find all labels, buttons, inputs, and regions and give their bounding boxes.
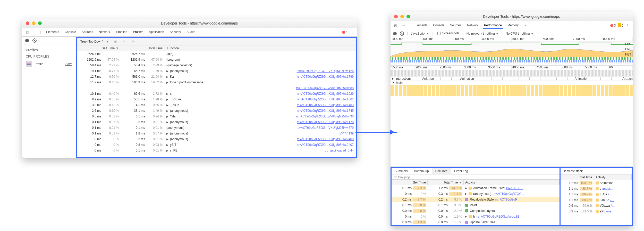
tab-audits[interactable]: Audits (185, 29, 196, 35)
focus-icon[interactable]: ◉ (113, 39, 118, 44)
tab-security[interactable]: Security (169, 29, 182, 35)
device-icon[interactable]: ▭ (401, 23, 405, 28)
warning-badge[interactable]: 6 (618, 24, 623, 27)
table-row[interactable]: 0.1 ms3.0 %0.1 ms3.0 %Paint (392, 202, 560, 208)
table-row[interactable]: 3.3 ms0.13 %14.1 ms0.55 %▶_.as.Iars=ACT9… (77, 102, 356, 108)
track-interactions[interactable]: ▶Interactions Ani…ion Animation Animatio… (391, 76, 633, 81)
error-badge[interactable]: 1 (342, 30, 348, 34)
minimize-icon[interactable] (400, 15, 404, 18)
table-row[interactable]: 1.2 ms100.0 %Animation (561, 180, 632, 186)
inspect-icon[interactable]: ◰ (393, 23, 398, 28)
table-row[interactable]: 11.7 ms0.46 %506.9 ms19.82 %▶Oda.b.port1… (77, 79, 356, 85)
device-icon[interactable]: ▭ (32, 30, 37, 35)
tab-sources[interactable]: Sources (449, 22, 462, 29)
table-row[interactable]: 0.5 ms0.02 %6.1 ms0.24 %▶Ydars=ACT90oGqR… (77, 114, 356, 119)
tab-timeline[interactable]: Timeline (115, 29, 128, 35)
more-panels[interactable]: » (523, 24, 527, 27)
tab-performance[interactable]: Performance (483, 22, 503, 29)
table-row[interactable]: 0 ms0 %0.8 ms0.03 %▶yB.Trs=ACT90oGqRZGG…… (77, 142, 356, 148)
table-row[interactable]: 2.6 ms0.10 %38.1 ms1.49 %▶(anonymous)rs=… (77, 108, 356, 114)
panel-tabs[interactable]: ElementsConsoleSourcesNetworkPerformance… (412, 22, 520, 29)
detail-tabs[interactable]: SummaryBottom-UpCall TreeEvent Log (392, 168, 560, 174)
close-icon[interactable]: ✕ (122, 39, 126, 44)
grouping-select[interactable]: No Grouping (392, 174, 560, 180)
column-headers[interactable]: Self Time Total Time ▼ Activity (392, 180, 560, 185)
titlebar[interactable]: Developer Tools - https://www.google.com… (22, 19, 357, 28)
overview[interactable]: 1000 ms2000 ms3000 ms4000 ms5000 ms6000 … (391, 37, 633, 66)
tab-console[interactable]: Console (432, 22, 445, 29)
screenshots-checkbox[interactable]: Screenshots (436, 31, 460, 36)
table-row[interactable]: 10.1 ms0.40 %69.6 ms2.72 %▶crs=ACT90oGqR… (77, 91, 356, 97)
table-row[interactable]: 0.1 ms0.01 %1.8 ms0.07 %▶(anonymous)VM77… (77, 131, 356, 136)
table-row[interactable]: 0.3 ms21.5 %aKb/ma… (561, 209, 632, 214)
titlebar[interactable]: Developer Tools - https://www.google.com… (391, 12, 633, 21)
more-icon[interactable]: ⋮ (350, 30, 354, 35)
minimize-icon[interactable] (32, 21, 36, 25)
table-row[interactable]: 9626.7 ms9626.7 ms(idle) (77, 51, 356, 57)
table-row[interactable]: 0.0 ms1.3 %0.0 ms1.3 %Update Layer Tree (392, 219, 560, 225)
heaviest-stack-rows[interactable]: 1.2 ms100.0 %Animation1.1 ms88.7 %c/maps… (561, 180, 632, 214)
cpu-select[interactable]: No CPU throttling ▼ (506, 32, 534, 35)
call-tree-rows[interactable]: 0.1 ms7.3 %1.2 ms64.7 %▶Animation Frame … (392, 185, 560, 225)
view-mode-select[interactable]: Tree (Top Down) ▼ (80, 40, 109, 43)
tab-summary[interactable]: Summary (392, 168, 411, 174)
column-headers[interactable]: Total Time Activity (561, 174, 632, 180)
tab-sources[interactable]: Sources (81, 29, 94, 35)
tab-network[interactable]: Network (466, 22, 479, 29)
tab-elements[interactable]: Elements (413, 22, 428, 29)
tab-elements[interactable]: Elements (45, 29, 60, 35)
table-row[interactable]: 0 ms0 %0.3 ms0.01 %▶(anonymous)rs=ACT90o… (77, 136, 356, 142)
tab-call-tree[interactable]: Call Tree (432, 168, 451, 174)
table-row[interactable]: 12.7 ms0.50 %561.0 ms21.94 %▶Kars=ACT90o… (77, 74, 356, 79)
table-row[interactable]: 0 ms0 %0.1 ms0.01 %▶sI.PEcb=gapi.loaded_… (77, 148, 356, 153)
table-row[interactable]: 0.0 ms2.0 %0.0 ms2.0 %Composite Layers (392, 208, 560, 214)
table-row[interactable]: 1202.9 ms47.04 %1202.9 ms47.04 %(program… (77, 57, 356, 62)
table-row[interactable]: rs=ACT90oGqRZGG…wVKUlgM95Hw:88 (77, 85, 356, 91)
traffic-lights[interactable] (394, 15, 410, 18)
table-row[interactable]: 0.1 ms7.3 %1.2 ms64.7 %▶Animation Frame … (392, 185, 560, 191)
tab-event-log[interactable]: Event Log (451, 168, 471, 174)
tab-memory[interactable]: Memory (506, 22, 520, 29)
table-row[interactable]: 0 ms0 %0.3 ms18.4 %▶(anonymous)rs=ACT90o… (392, 191, 560, 197)
table-row[interactable]: 0 ms0 %0.0 ms1.9 %▶brs=ACT90oGqRZGGxuWo-… (392, 214, 560, 219)
zoom-icon[interactable] (406, 15, 410, 18)
track-main[interactable]: ▼Main (391, 81, 633, 85)
table-row[interactable]: 8.9 ms0.35 %50.5 ms1.98 %▶_.VK.wars=ACT9… (77, 97, 356, 102)
save-link[interactable]: Save (65, 62, 72, 66)
profile-rows[interactable]: 9626.7 ms9626.7 ms(idle)1202.9 ms47.04 %… (77, 51, 356, 157)
column-headers[interactable]: Self Time▼ Total Time Function (77, 45, 356, 51)
clear-icon[interactable] (400, 31, 404, 36)
tab-network[interactable]: Network (98, 29, 111, 35)
table-row[interactable]: 0.1 ms0.01 %0.3 ms0.01 %▶(anonymous)rs=A… (77, 119, 356, 125)
panel-tabs[interactable]: ElementsConsoleSourcesNetworkTimelinePro… (44, 29, 196, 35)
js-select[interactable]: JavaScript ▼ (411, 32, 429, 35)
traffic-lights[interactable] (26, 21, 42, 25)
table-row[interactable]: 0.1 ms0.01 %0.1 ms0.01 %(anonymous)rs=AC… (77, 125, 356, 131)
clear-icon[interactable] (32, 38, 37, 43)
table-row[interactable]: 19.1 ms0.75 %45.7 ms1.79 %▶(anonymous)rs… (77, 68, 356, 74)
table-row[interactable]: 58.4 ms2.29 %58.4 ms2.29 %(garbage colle… (77, 62, 356, 68)
table-row[interactable]: 1.1 ms88.7 %c/maps… (561, 186, 632, 192)
tab-profiles[interactable]: Profiles (132, 29, 144, 35)
tab-console[interactable]: Console (64, 29, 77, 35)
table-row[interactable]: 1.1 ms88.7 %LJb.Aa/… (561, 197, 632, 203)
error-badge[interactable]: 3 (610, 24, 616, 27)
inspect-icon[interactable]: ◰ (25, 30, 29, 35)
profile-item[interactable]: Profile 1 Save (22, 59, 76, 69)
table-row[interactable]: 0.2 ms8.7 %0.2 ms8.7 %Recalculate Styler… (392, 197, 560, 202)
network-select[interactable]: No network throttling ▼ (467, 32, 499, 35)
more-icon[interactable]: ⋮ (625, 23, 630, 28)
table-row[interactable]: 1.1 ms88.7 %iL.Ga/… (561, 192, 632, 197)
zoom-icon[interactable] (38, 21, 42, 25)
tab-application[interactable]: Application (148, 29, 165, 35)
close-icon[interactable] (26, 21, 29, 25)
reload-icon[interactable]: ⟳ (131, 39, 135, 44)
timeline[interactable]: 1500 ms2000 ms2500 ms3000 ms3500 ms4000 … (391, 66, 633, 85)
call-tree: SummaryBottom-UpCall TreeEvent Log No Gr… (391, 168, 561, 226)
record-icon[interactable] (25, 39, 29, 42)
close-icon[interactable] (394, 15, 398, 18)
flame-chart[interactable] (391, 85, 633, 167)
table-row[interactable]: 0.6 ms52.6 %VJb.wa/… (561, 203, 632, 209)
tab-bottom-up[interactable]: Bottom-Up (411, 168, 432, 174)
record-icon[interactable] (393, 32, 397, 35)
